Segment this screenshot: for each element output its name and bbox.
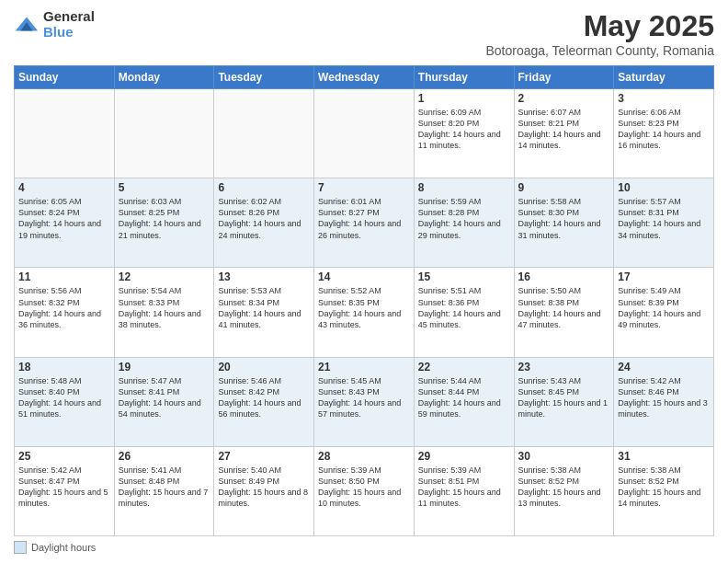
col-header-friday: Friday	[514, 66, 614, 89]
day-info: Sunrise: 5:42 AM Sunset: 8:46 PM Dayligh…	[618, 375, 710, 420]
day-number: 12	[119, 270, 210, 283]
day-number: 30	[518, 450, 610, 463]
calendar-week-2: 4Sunrise: 6:05 AM Sunset: 8:24 PM Daylig…	[15, 178, 714, 268]
day-number: 5	[119, 181, 210, 194]
col-header-sunday: Sunday	[15, 66, 115, 89]
calendar-cell: 18Sunrise: 5:48 AM Sunset: 8:40 PM Dayli…	[15, 357, 115, 446]
day-number: 24	[618, 361, 710, 373]
day-info: Sunrise: 5:51 AM Sunset: 8:36 PM Dayligh…	[418, 285, 510, 330]
day-info: Sunrise: 6:05 AM Sunset: 8:24 PM Dayligh…	[18, 196, 110, 241]
day-info: Sunrise: 5:57 AM Sunset: 8:31 PM Dayligh…	[618, 196, 710, 241]
calendar-cell: 19Sunrise: 5:47 AM Sunset: 8:41 PM Dayli…	[114, 357, 214, 446]
calendar-cell: 4Sunrise: 6:05 AM Sunset: 8:24 PM Daylig…	[15, 178, 115, 268]
day-info: Sunrise: 5:39 AM Sunset: 8:50 PM Dayligh…	[318, 465, 410, 510]
day-number: 17	[618, 270, 710, 283]
calendar-cell: 15Sunrise: 5:51 AM Sunset: 8:36 PM Dayli…	[414, 268, 514, 357]
calendar-cell: 7Sunrise: 6:01 AM Sunset: 8:27 PM Daylig…	[314, 178, 415, 268]
calendar-cell	[114, 89, 214, 178]
footer: Daylight hours	[14, 541, 714, 554]
calendar-cell: 12Sunrise: 5:54 AM Sunset: 8:33 PM Dayli…	[114, 268, 214, 357]
day-number: 23	[518, 361, 610, 373]
day-number: 9	[518, 181, 610, 194]
day-number: 3	[618, 92, 710, 105]
calendar-cell: 8Sunrise: 5:59 AM Sunset: 8:28 PM Daylig…	[414, 178, 514, 268]
calendar-table: SundayMondayTuesdayWednesdayThursdayFrid…	[14, 65, 714, 536]
day-number: 18	[18, 361, 110, 373]
day-info: Sunrise: 5:47 AM Sunset: 8:41 PM Dayligh…	[119, 375, 210, 420]
day-number: 22	[418, 361, 510, 373]
calendar-cell: 14Sunrise: 5:52 AM Sunset: 8:35 PM Dayli…	[314, 268, 415, 357]
calendar-cell: 1Sunrise: 6:09 AM Sunset: 8:20 PM Daylig…	[414, 89, 514, 178]
day-number: 21	[318, 361, 410, 373]
subtitle: Botoroaga, Teleorman County, Romania	[485, 43, 714, 58]
day-number: 19	[119, 361, 210, 373]
day-number: 8	[418, 181, 510, 194]
calendar-cell: 2Sunrise: 6:07 AM Sunset: 8:21 PM Daylig…	[514, 89, 614, 178]
calendar-cell: 13Sunrise: 5:53 AM Sunset: 8:34 PM Dayli…	[214, 268, 314, 357]
col-header-saturday: Saturday	[614, 66, 714, 89]
day-info: Sunrise: 5:52 AM Sunset: 8:35 PM Dayligh…	[318, 285, 410, 330]
calendar-cell: 25Sunrise: 5:42 AM Sunset: 8:47 PM Dayli…	[15, 446, 115, 535]
day-number: 10	[618, 181, 710, 194]
calendar-cell: 21Sunrise: 5:45 AM Sunset: 8:43 PM Dayli…	[314, 357, 415, 446]
logo-text: General Blue	[43, 9, 95, 40]
calendar-cell	[314, 89, 415, 178]
calendar-cell: 23Sunrise: 5:43 AM Sunset: 8:45 PM Dayli…	[514, 357, 614, 446]
title-area: May 2025 Botoroaga, Teleorman County, Ro…	[485, 9, 714, 58]
day-info: Sunrise: 5:42 AM Sunset: 8:47 PM Dayligh…	[18, 465, 110, 510]
col-header-thursday: Thursday	[414, 66, 514, 89]
day-info: Sunrise: 5:49 AM Sunset: 8:39 PM Dayligh…	[618, 285, 710, 330]
day-info: Sunrise: 5:45 AM Sunset: 8:43 PM Dayligh…	[318, 375, 410, 420]
day-info: Sunrise: 5:38 AM Sunset: 8:52 PM Dayligh…	[618, 465, 710, 510]
day-number: 1	[418, 92, 510, 105]
calendar-cell: 9Sunrise: 5:58 AM Sunset: 8:30 PM Daylig…	[514, 178, 614, 268]
calendar-cell: 22Sunrise: 5:44 AM Sunset: 8:44 PM Dayli…	[414, 357, 514, 446]
calendar-cell: 11Sunrise: 5:56 AM Sunset: 8:32 PM Dayli…	[15, 268, 115, 357]
calendar-cell: 16Sunrise: 5:50 AM Sunset: 8:38 PM Dayli…	[514, 268, 614, 357]
logo-general-text: General	[43, 9, 95, 25]
calendar-cell: 27Sunrise: 5:40 AM Sunset: 8:49 PM Dayli…	[214, 446, 314, 535]
day-info: Sunrise: 6:02 AM Sunset: 8:26 PM Dayligh…	[218, 196, 310, 241]
col-header-monday: Monday	[114, 66, 214, 89]
day-number: 11	[18, 270, 110, 283]
logo: General Blue	[14, 9, 95, 40]
day-info: Sunrise: 5:59 AM Sunset: 8:28 PM Dayligh…	[418, 196, 510, 241]
day-info: Sunrise: 5:40 AM Sunset: 8:49 PM Dayligh…	[218, 465, 310, 510]
calendar-cell: 6Sunrise: 6:02 AM Sunset: 8:26 PM Daylig…	[214, 178, 314, 268]
day-number: 4	[18, 181, 110, 194]
day-info: Sunrise: 5:41 AM Sunset: 8:48 PM Dayligh…	[119, 465, 210, 510]
day-info: Sunrise: 5:38 AM Sunset: 8:52 PM Dayligh…	[518, 465, 610, 510]
day-number: 26	[119, 450, 210, 463]
calendar-week-4: 18Sunrise: 5:48 AM Sunset: 8:40 PM Dayli…	[15, 357, 714, 446]
day-number: 6	[218, 181, 310, 194]
day-number: 29	[418, 450, 510, 463]
day-number: 20	[218, 361, 310, 373]
day-number: 2	[518, 92, 610, 105]
calendar-week-3: 11Sunrise: 5:56 AM Sunset: 8:32 PM Dayli…	[15, 268, 714, 357]
day-info: Sunrise: 6:07 AM Sunset: 8:21 PM Dayligh…	[518, 107, 610, 152]
day-info: Sunrise: 5:58 AM Sunset: 8:30 PM Dayligh…	[518, 196, 610, 241]
calendar-cell: 10Sunrise: 5:57 AM Sunset: 8:31 PM Dayli…	[614, 178, 714, 268]
day-number: 27	[218, 450, 310, 463]
col-header-wednesday: Wednesday	[314, 66, 415, 89]
day-number: 16	[518, 270, 610, 283]
calendar-cell	[15, 89, 115, 178]
day-info: Sunrise: 5:54 AM Sunset: 8:33 PM Dayligh…	[119, 285, 210, 330]
day-info: Sunrise: 5:56 AM Sunset: 8:32 PM Dayligh…	[18, 285, 110, 330]
calendar-cell	[214, 89, 314, 178]
day-info: Sunrise: 5:53 AM Sunset: 8:34 PM Dayligh…	[218, 285, 310, 330]
calendar-cell: 3Sunrise: 6:06 AM Sunset: 8:23 PM Daylig…	[614, 89, 714, 178]
day-info: Sunrise: 6:09 AM Sunset: 8:20 PM Dayligh…	[418, 107, 510, 152]
main-title: May 2025	[485, 9, 714, 43]
col-header-tuesday: Tuesday	[214, 66, 314, 89]
day-info: Sunrise: 5:50 AM Sunset: 8:38 PM Dayligh…	[518, 285, 610, 330]
day-number: 7	[318, 181, 410, 194]
day-info: Sunrise: 5:44 AM Sunset: 8:44 PM Dayligh…	[418, 375, 510, 420]
calendar-cell: 30Sunrise: 5:38 AM Sunset: 8:52 PM Dayli…	[514, 446, 614, 535]
day-info: Sunrise: 5:43 AM Sunset: 8:45 PM Dayligh…	[518, 375, 610, 420]
day-number: 14	[318, 270, 410, 283]
day-info: Sunrise: 5:48 AM Sunset: 8:40 PM Dayligh…	[18, 375, 110, 420]
calendar-cell: 28Sunrise: 5:39 AM Sunset: 8:50 PM Dayli…	[314, 446, 415, 535]
logo-blue-text: Blue	[43, 25, 95, 40]
calendar-cell: 5Sunrise: 6:03 AM Sunset: 8:25 PM Daylig…	[114, 178, 214, 268]
